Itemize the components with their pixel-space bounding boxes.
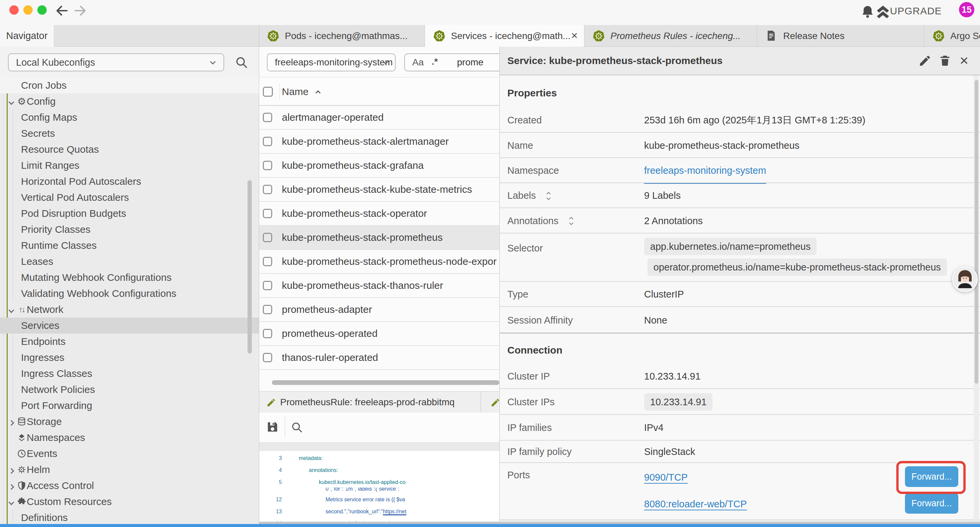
code-line[interactable]: 13second.","runbook_url":"https://net — [259, 506, 500, 517]
tab-services[interactable]: Services - icecheng@math... ✕ — [425, 25, 584, 47]
maximize-window-button[interactable] — [37, 5, 47, 15]
tab-argo[interactable]: Argo Se — [924, 25, 980, 47]
close-window-button[interactable] — [10, 5, 19, 15]
row-checkbox[interactable] — [263, 209, 272, 218]
tab-pods[interactable]: Pods - icecheng@mathmas... — [259, 25, 425, 47]
sidebar-item-cron-jobs[interactable]: Cron Jobs — [0, 77, 259, 93]
tab-release-notes[interactable]: Release Notes — [757, 25, 924, 47]
table-row[interactable]: prometheus-adapter — [259, 298, 500, 322]
sidebar-scrollbar[interactable] — [248, 180, 252, 353]
user-avatar[interactable] — [952, 266, 978, 292]
back-button[interactable] — [55, 3, 69, 18]
code-line-clipped[interactable]: 0","for":"1m","labels":{"service":" — [259, 488, 500, 493]
select-all-checkbox[interactable] — [263, 87, 273, 97]
sidebar-group-custom-resources[interactable]: Custom Resources — [0, 494, 259, 509]
kubeconfig-select[interactable]: Local Kubeconfigs — [8, 53, 224, 72]
sidebar-group-access-control[interactable]: Access Control — [0, 478, 259, 494]
row-checkbox[interactable] — [263, 185, 272, 194]
sidebar-item-priority-classes[interactable]: Priority Classes — [0, 221, 259, 237]
port-link[interactable]: 9090/TCP — [644, 472, 688, 484]
table-row[interactable]: alertmanager-operated — [259, 106, 500, 130]
table-row[interactable]: kube-prometheus-stack-grafana — [259, 154, 500, 178]
table-row[interactable]: prometheus-operated — [259, 322, 500, 346]
sort-ascending-icon[interactable] — [316, 90, 320, 96]
tab-navigator[interactable]: Navigator — [0, 25, 54, 47]
sidebar-item-events[interactable]: Events — [0, 446, 259, 462]
forward-button[interactable] — [73, 3, 88, 18]
minimize-window-button[interactable] — [23, 5, 33, 15]
code-line[interactable]: 4annotations: — [259, 464, 500, 476]
sidebar-item-namespaces[interactable]: Namespaces — [0, 430, 259, 446]
sidebar-item-mutating-webhook-configurations[interactable]: Mutating Webhook Configurations — [0, 269, 259, 285]
table-row[interactable]: kube-prometheus-stack-thanos-ruler — [259, 274, 500, 298]
sidebar-item-pod-disruption-budgets[interactable]: Pod Disruption Budgets — [0, 205, 259, 221]
sidebar-item-ingress-classes[interactable]: Ingress Classes — [0, 366, 259, 382]
table-row[interactable]: thanos-ruler-operated — [259, 346, 500, 370]
sidebar-item-port-forwarding[interactable]: Port Forwarding — [0, 398, 259, 414]
sidebar-item-config-maps[interactable]: Config Maps — [0, 110, 259, 126]
tab-prometheus-rules[interactable]: Prometheus Rules - icecheng... — [584, 25, 757, 47]
row-checkbox[interactable] — [263, 113, 272, 122]
regex-icon[interactable]: .* — [432, 54, 438, 69]
table-row[interactable]: kube-prometheus-stack-alertmanager — [259, 130, 500, 154]
search-icon[interactable] — [234, 55, 249, 70]
drawer-scrollbar[interactable] — [975, 80, 978, 384]
sidebar-group-storage[interactable]: Storage — [0, 414, 259, 430]
sidebar-item-secrets[interactable]: Secrets — [0, 126, 259, 142]
editor-tab-prometheusrule[interactable]: PrometheusRule: freeleaps-prod-rabbitmq — [259, 392, 481, 413]
row-checkbox[interactable] — [263, 137, 272, 146]
row-checkbox[interactable] — [263, 305, 272, 314]
row-checkbox[interactable] — [263, 161, 272, 170]
namespace-select[interactable]: freeleaps-monitoring-system — [267, 53, 396, 72]
code-url-link[interactable]: https://net — [383, 509, 406, 515]
expand-collapse-sort-icon[interactable] — [569, 215, 575, 227]
match-case-icon[interactable]: Aa — [412, 54, 424, 71]
sidebar-group-network[interactable]: ↑↓ Network — [0, 301, 259, 318]
sidebar-item-validating-webhook-configurations[interactable]: Validating Webhook Configurations — [0, 285, 259, 301]
sidebar-group-config[interactable]: ⚙ Config — [0, 93, 259, 110]
sidebar-item-horizontal-pod-autoscalers[interactable]: Horizontal Pod Autoscalers — [0, 174, 259, 189]
sidebar-item-ingresses[interactable]: Ingresses — [0, 350, 259, 366]
table-row-selected[interactable]: kube-prometheus-stack-prometheus — [259, 226, 500, 250]
search-input[interactable]: Aa .* prome — [404, 53, 500, 72]
notifications-bell-icon[interactable] — [859, 4, 876, 20]
editor-collapsed-region[interactable] — [259, 442, 500, 451]
sidebar-item-endpoints[interactable]: Endpoints — [0, 334, 259, 350]
sidebar-item-services[interactable]: Services — [0, 318, 259, 334]
column-name[interactable]: Name — [282, 77, 309, 106]
namespace-link[interactable]: freeleaps-monitoring-system — [644, 158, 766, 184]
table-row[interactable]: kube-prometheus-stack-operator — [259, 202, 500, 226]
sidebar-item-leases[interactable]: Leases — [0, 253, 259, 269]
code-line[interactable]: 3metadata: — [259, 452, 500, 464]
code-line[interactable]: 5kubectl.kubernetes.io/last-applied-co — [259, 476, 500, 488]
sidebar-item-vertical-pod-autoscalers[interactable]: Vertical Pod Autoscalers — [0, 189, 259, 205]
editor-tab-partial[interactable] — [481, 392, 500, 413]
horizontal-scrollbar[interactable] — [272, 380, 500, 385]
save-icon[interactable] — [266, 420, 280, 434]
row-checkbox[interactable] — [263, 329, 272, 338]
sidebar-item-definitions[interactable]: Definitions — [0, 509, 259, 524]
row-checkbox[interactable] — [263, 281, 272, 290]
row-checkbox[interactable] — [263, 233, 272, 242]
close-drawer-icon[interactable]: ✕ — [959, 47, 969, 75]
delete-trash-icon[interactable] — [938, 54, 951, 67]
panel-divider[interactable] — [259, 25, 259, 524]
row-checkbox[interactable] — [263, 353, 272, 362]
table-row[interactable]: kube-prometheus-stack-kube-state-metrics — [259, 178, 500, 202]
code-line[interactable]: 12Metrics service error rate is {{ $va — [259, 494, 500, 506]
sidebar-item-network-policies[interactable]: Network Policies — [0, 382, 259, 398]
upgrade-button[interactable]: UPGRADE — [890, 5, 942, 17]
edit-pencil-icon[interactable] — [918, 54, 932, 67]
upgrade-icon[interactable] — [874, 3, 892, 21]
sidebar-item-resource-quotas[interactable]: Resource Quotas — [0, 142, 259, 158]
sidebar-item-limit-ranges[interactable]: Limit Ranges — [0, 158, 259, 174]
port-link[interactable]: 8080:reloader-web/TCP — [644, 498, 747, 510]
sidebar-item-runtime-classes[interactable]: Runtime Classes — [0, 237, 259, 253]
notification-count-badge[interactable]: 15 — [959, 2, 974, 18]
sidebar-group-helm[interactable]: Helm — [0, 462, 259, 478]
table-row[interactable]: kube-prometheus-stack-prometheus-node-ex… — [259, 250, 500, 274]
expand-collapse-sort-icon[interactable] — [546, 191, 552, 202]
row-checkbox[interactable] — [263, 257, 272, 266]
search-icon[interactable] — [290, 420, 304, 434]
close-tab-icon[interactable]: ✕ — [571, 25, 578, 47]
